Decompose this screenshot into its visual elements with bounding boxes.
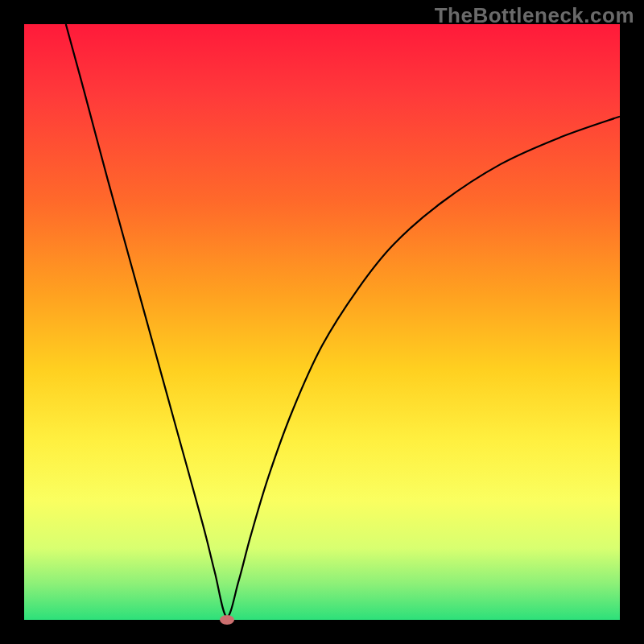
plot-area	[24, 24, 620, 620]
chart-frame: TheBottleneck.com	[0, 0, 644, 644]
bottleneck-curve	[24, 24, 620, 620]
watermark-label: TheBottleneck.com	[435, 3, 634, 28]
optimum-marker-icon	[220, 615, 234, 625]
